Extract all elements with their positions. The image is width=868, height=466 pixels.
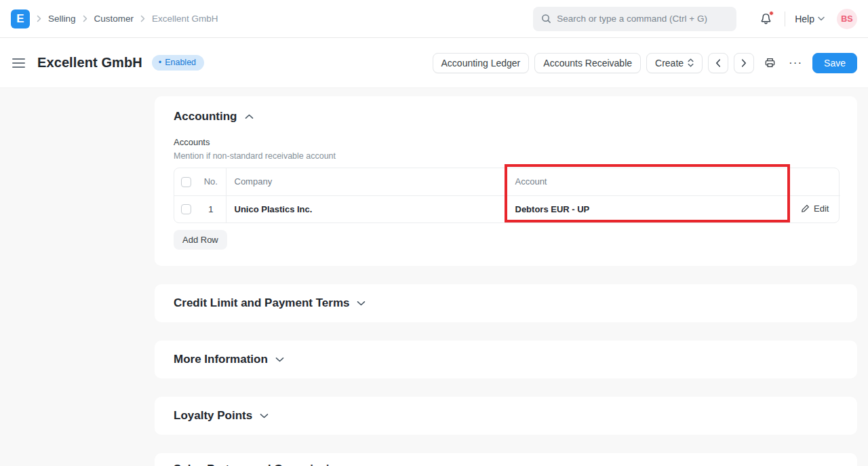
chevron-right-icon: [37, 15, 41, 22]
chevron-down-icon: [818, 16, 825, 21]
section-loyalty-points-heading[interactable]: Loyalty Points: [174, 409, 269, 423]
ellipsis-icon: ···: [789, 57, 802, 69]
breadcrumb-customer[interactable]: Customer: [94, 14, 134, 24]
avatar[interactable]: BS: [837, 9, 857, 29]
sidebar-toggle-button[interactable]: [11, 55, 26, 71]
chevron-right-icon: [83, 15, 87, 22]
next-record-button[interactable]: [734, 53, 754, 73]
top-navbar: E Selling Customer Excellent GmbH Help: [0, 0, 868, 38]
select-all-checkbox[interactable]: [181, 177, 191, 187]
row-number-cell: 1: [196, 195, 226, 222]
chevron-down-icon: [275, 357, 284, 362]
notifications-button[interactable]: [757, 9, 775, 28]
section-title: Loyalty Points: [174, 409, 252, 423]
app-logo-letter: E: [16, 12, 24, 26]
chevron-left-icon: [715, 59, 721, 67]
form-body: Accounting Accounts Mention if non-stand…: [0, 88, 868, 466]
breadcrumb-current-record[interactable]: Excellent GmbH: [152, 14, 218, 24]
section-title: More Information: [174, 353, 268, 366]
save-button[interactable]: Save: [812, 53, 857, 73]
select-chevrons-icon: [688, 58, 694, 67]
column-header-no: No.: [196, 168, 226, 195]
section-sales-partner-heading[interactable]: Sales Partner and Commission: [174, 463, 838, 466]
company-cell[interactable]: Unico Plastics Inc.: [226, 195, 507, 222]
notification-dot: [769, 11, 774, 16]
accounts-field-label: Accounts: [174, 137, 838, 147]
pencil-icon: [801, 204, 810, 213]
column-header-edit: [789, 168, 840, 195]
help-menu[interactable]: Help: [795, 14, 825, 24]
help-label: Help: [795, 14, 814, 24]
accounts-receivable-button[interactable]: Accounts Receivable: [534, 53, 641, 73]
section-more-information-heading[interactable]: More Information: [174, 353, 284, 366]
section-more-information[interactable]: More Information: [155, 341, 857, 378]
section-loyalty-points[interactable]: Loyalty Points: [155, 397, 857, 435]
page-header: Excellent GmbH • Enabled Accounting Ledg…: [0, 38, 868, 88]
create-dropdown-button[interactable]: Create: [646, 53, 703, 73]
divider: [785, 12, 785, 26]
table-row[interactable]: 1 Unico Plastics Inc. Debtors EUR - UP E…: [174, 195, 840, 222]
chevron-down-icon: [260, 413, 269, 419]
section-accounting-heading[interactable]: Accounting: [174, 110, 838, 123]
chevron-right-icon: [140, 15, 145, 22]
status-badge: • Enabled: [152, 55, 204, 71]
chevron-up-icon: [245, 114, 254, 119]
status-label: Enabled: [165, 58, 196, 67]
breadcrumb-selling[interactable]: Selling: [48, 14, 76, 24]
page-title: Excellent GmbH: [37, 55, 142, 71]
menu-ellipsis-button[interactable]: ···: [785, 53, 806, 73]
navbar-right: Help BS: [533, 7, 857, 31]
column-header-company: Company: [226, 168, 507, 195]
status-dot: •: [159, 58, 161, 67]
section-title: Sales Partner and Commission: [174, 463, 343, 466]
section-credit-limit-heading[interactable]: Credit Limit and Payment Terms: [174, 296, 366, 310]
search-icon: [541, 14, 551, 24]
previous-record-button[interactable]: [708, 53, 728, 73]
column-header-account: Account: [507, 168, 789, 195]
section-credit-limit[interactable]: Credit Limit and Payment Terms: [155, 284, 857, 322]
section-accounting: Accounting Accounts Mention if non-stand…: [155, 96, 857, 266]
account-cell[interactable]: Debtors EUR - UP: [507, 195, 789, 222]
section-sales-partner[interactable]: Sales Partner and Commission: [155, 453, 857, 466]
row-checkbox[interactable]: [181, 204, 191, 214]
printer-icon: [764, 57, 776, 69]
section-title: Accounting: [174, 110, 237, 123]
accounts-field-description: Mention if non-standard receivable accou…: [174, 151, 838, 161]
page-actions: Accounting Ledger Accounts Receivable Cr…: [433, 53, 857, 73]
row-edit-button[interactable]: Edit: [801, 203, 829, 214]
add-row-button[interactable]: Add Row: [174, 230, 227, 250]
print-button[interactable]: [760, 53, 780, 73]
app-logo[interactable]: E: [11, 9, 30, 28]
grid-header-row: No. Company Account: [174, 168, 840, 195]
avatar-initials: BS: [841, 14, 852, 24]
chevron-down-icon: [357, 300, 366, 306]
breadcrumb: E Selling Customer Excellent GmbH: [11, 9, 218, 28]
accounts-grid: No. Company Account 1 Unico Plastics Inc…: [174, 168, 840, 223]
section-title: Credit Limit and Payment Terms: [174, 296, 349, 310]
chevron-right-icon: [741, 59, 747, 67]
accounting-ledger-button[interactable]: Accounting Ledger: [433, 53, 530, 73]
search-input[interactable]: [557, 14, 728, 24]
global-search[interactable]: [533, 7, 736, 31]
